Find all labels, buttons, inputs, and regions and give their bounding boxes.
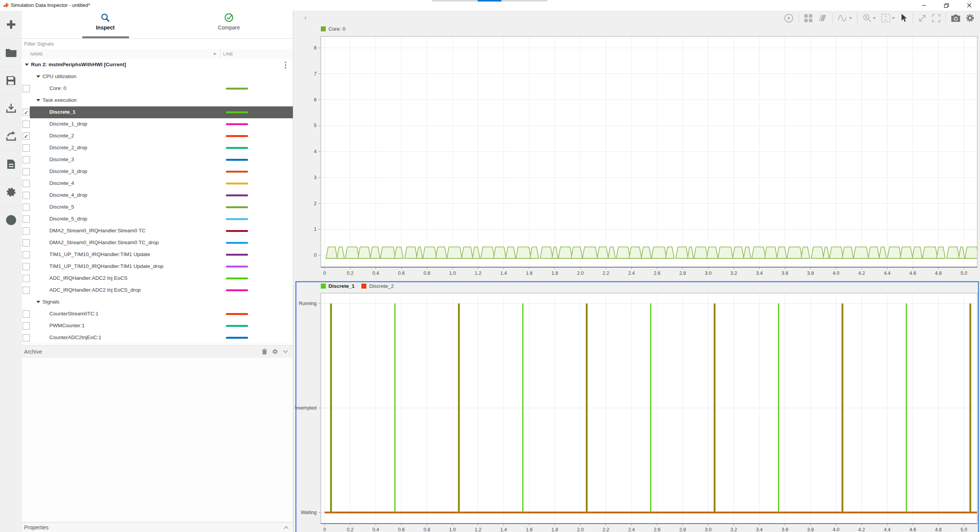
signal-row[interactable]: ✓Discrete_2 <box>22 130 293 142</box>
minimize-button[interactable] <box>918 1 931 10</box>
signal-line-swatch[interactable] <box>226 266 248 268</box>
signal-line-swatch[interactable] <box>226 135 248 137</box>
signal-row[interactable]: Core: 0 <box>22 83 293 95</box>
help-button[interactable]: ? <box>0 206 22 234</box>
signal-row[interactable]: Discrete_3 <box>22 154 293 166</box>
signal-checkbox[interactable] <box>23 192 30 199</box>
run-options-kebab-icon[interactable]: ••• <box>283 61 288 69</box>
signal-checkbox[interactable]: ✓ <box>23 109 30 116</box>
signal-row[interactable]: CounterStream0TC:1 <box>22 308 293 320</box>
signal-checkbox[interactable] <box>23 168 30 175</box>
add-button[interactable] <box>0 11 22 39</box>
signal-line-swatch[interactable] <box>226 206 248 208</box>
export-button[interactable] <box>0 122 22 150</box>
chevron-down-icon[interactable] <box>283 350 288 353</box>
signal-line-swatch[interactable] <box>226 88 248 90</box>
eraser-button[interactable] <box>818 14 827 22</box>
group-row[interactable]: Signals <box>22 296 293 308</box>
filter-signals-input[interactable] <box>23 39 289 48</box>
tree-collapse-caret-icon[interactable] <box>36 99 40 101</box>
signal-checkbox[interactable] <box>23 334 30 341</box>
signal-row[interactable]: ADC_IRQHandler:ADC2 Inj EoCS_drop <box>22 284 293 297</box>
expand-button[interactable] <box>918 14 927 23</box>
cpu-utilization-chart[interactable]: 01234567800.20.40.60.81.01.21.41.61.82.0… <box>295 34 980 279</box>
signal-checkbox[interactable] <box>23 144 30 152</box>
chevron-up-icon[interactable] <box>284 526 289 529</box>
signal-row[interactable]: Discrete_1_drop <box>22 118 293 131</box>
signal-checkbox[interactable] <box>23 215 30 223</box>
trash-icon[interactable] <box>261 348 268 355</box>
run-row[interactable]: Run 2: mstmPeriphsWithHWI [Current]••• <box>22 59 293 71</box>
signal-checkbox[interactable] <box>23 263 30 270</box>
signal-checkbox[interactable] <box>23 85 30 92</box>
signal-trace-button[interactable] <box>838 13 852 23</box>
tab-inspect[interactable]: Inspect <box>63 13 147 38</box>
signal-line-swatch[interactable] <box>226 337 248 339</box>
column-header-name[interactable]: NAME <box>30 52 43 56</box>
snapshot-button[interactable] <box>951 14 960 22</box>
signal-row[interactable]: DMA2_Stream0_IRQHandler:Stream0 TC <box>22 225 293 237</box>
signal-line-swatch[interactable] <box>226 123 248 125</box>
tree-collapse-caret-icon[interactable] <box>25 64 29 66</box>
signal-line-swatch[interactable] <box>226 147 248 149</box>
zoom-button[interactable] <box>862 13 876 23</box>
signal-line-swatch[interactable] <box>226 254 248 256</box>
signal-checkbox[interactable] <box>23 251 30 258</box>
signal-line-swatch[interactable] <box>226 277 248 279</box>
signal-row[interactable]: Discrete_5_drop <box>22 213 293 225</box>
signal-row[interactable]: ADC_IRQHandler:ADC2 Inj EoCS <box>22 273 293 285</box>
close-button[interactable] <box>963 1 976 10</box>
signal-line-swatch[interactable] <box>226 194 248 196</box>
signal-row[interactable]: TIM1_UP_TIM10_IRQHandler:TIM1 Update_dro… <box>22 261 293 273</box>
signal-line-swatch[interactable] <box>226 289 248 291</box>
column-divider[interactable] <box>220 49 220 59</box>
signal-line-swatch[interactable] <box>226 183 248 184</box>
column-header-line[interactable]: LINE <box>223 52 233 56</box>
group-row[interactable]: CPU utilization <box>22 71 293 83</box>
fullscreen-button[interactable] <box>932 14 941 23</box>
tab-compare[interactable]: Compare <box>187 13 271 38</box>
signal-row[interactable]: Discrete_5 <box>22 201 293 214</box>
preferences-button[interactable] <box>0 178 22 206</box>
signal-checkbox[interactable] <box>23 310 30 318</box>
sort-caret-icon[interactable] <box>213 53 216 55</box>
signal-checkbox[interactable] <box>23 180 30 187</box>
signal-row[interactable]: Discrete_2_drop <box>22 142 293 154</box>
legend-item[interactable]: Core: 0 <box>321 26 345 32</box>
fit-to-view-button[interactable] <box>881 13 895 23</box>
signal-checkbox[interactable] <box>23 204 30 211</box>
signal-checkbox[interactable] <box>23 275 30 282</box>
signal-row[interactable]: Discrete_4 <box>22 178 293 190</box>
group-row[interactable]: Task execution <box>22 95 293 107</box>
signal-row[interactable]: DMA2_Stream0_IRQHandler:Stream0 TC_drop <box>22 237 293 249</box>
tree-collapse-caret-icon[interactable] <box>36 75 40 78</box>
collapse-panel-icon[interactable]: ‹ <box>304 14 307 21</box>
properties-header[interactable]: Properties <box>22 522 293 532</box>
cursor-button[interactable] <box>900 13 908 23</box>
signal-row[interactable]: Discrete_4_drop <box>22 189 293 202</box>
archive-header[interactable]: Archive <box>22 345 293 358</box>
save-button[interactable] <box>0 67 22 95</box>
signal-row[interactable]: TIM1_UP_TIM10_IRQHandler:TIM1 Update <box>22 249 293 261</box>
tree-collapse-caret-icon[interactable] <box>36 301 40 303</box>
plot-settings-button[interactable] <box>965 13 975 23</box>
signal-checkbox[interactable]: ✓ <box>23 132 30 140</box>
signal-checkbox[interactable] <box>23 121 30 128</box>
signal-line-swatch[interactable] <box>226 242 248 244</box>
signal-line-swatch[interactable] <box>226 325 248 327</box>
create-report-button[interactable] <box>0 150 22 178</box>
signal-row[interactable]: PWMCounter:1 <box>22 320 293 332</box>
signal-line-swatch[interactable] <box>226 111 248 113</box>
layout-grid-button[interactable] <box>804 14 813 23</box>
stream-button[interactable] <box>784 13 794 23</box>
import-button[interactable] <box>0 95 22 122</box>
archive-settings-gear-icon[interactable] <box>272 348 278 355</box>
signal-checkbox[interactable] <box>23 227 30 235</box>
restore-button[interactable] <box>940 1 953 10</box>
signal-line-swatch[interactable] <box>226 218 248 220</box>
signal-row[interactable]: Discrete_3_drop <box>22 166 293 178</box>
task-execution-chart[interactable]: RunningPreemptedWaiting00.20.40.60.81.01… <box>295 281 980 532</box>
signal-line-swatch[interactable] <box>226 171 248 173</box>
signal-checkbox[interactable] <box>23 156 30 163</box>
signal-line-swatch[interactable] <box>226 313 248 315</box>
